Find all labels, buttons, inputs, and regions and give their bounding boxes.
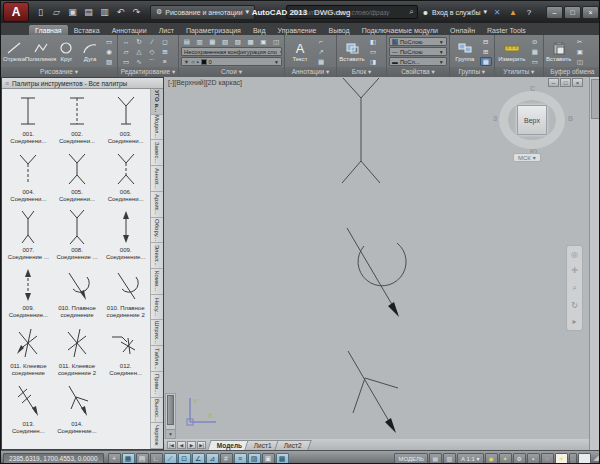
plot-icon[interactable]: ▥ bbox=[97, 5, 112, 20]
first-tab-button[interactable]: |◀ bbox=[167, 441, 176, 449]
measure-button[interactable]: Измерить bbox=[497, 41, 527, 62]
zoom-icon[interactable]: ⌕ bbox=[572, 283, 576, 293]
model-paper-toggle[interactable]: МОДЕЛЬ bbox=[394, 453, 427, 464]
layer-properties-icon[interactable]: ▤ bbox=[181, 37, 193, 46]
palette-item[interactable]: 009. Соединение... bbox=[4, 265, 53, 323]
ribbon-tab-аннотации[interactable]: Аннотации bbox=[106, 25, 153, 35]
lineweight-toggle[interactable]: ≡ bbox=[234, 453, 247, 464]
layer-prev-icon[interactable]: ▣ bbox=[258, 37, 270, 46]
clean-screen-button[interactable] bbox=[578, 453, 591, 464]
explode-icon[interactable]: ≡ bbox=[159, 57, 171, 66]
layer-isolate-icon[interactable]: ▦ bbox=[207, 37, 219, 46]
palette-scrollbar[interactable]: ▼ bbox=[165, 393, 176, 439]
layer-off-icon[interactable]: ▥ bbox=[194, 37, 206, 46]
workspace-switching-icon[interactable]: ⚙ bbox=[513, 453, 526, 464]
group-edit-icon[interactable]: ⊞ bbox=[480, 47, 492, 56]
scrollbar-thumb[interactable] bbox=[591, 79, 600, 119]
text-button[interactable]: А Текст bbox=[287, 41, 313, 62]
offset-icon[interactable]: ⌒ bbox=[146, 57, 158, 66]
palette-tab-вынос-[interactable]: Вынос... bbox=[151, 398, 163, 424]
palette-title-bar[interactable]: ≡ Палитры инструментов - Все палитры bbox=[2, 78, 163, 89]
steering-wheel-icon[interactable]: ◎ bbox=[571, 250, 578, 259]
layer-on-bulb-icon[interactable]: ☀ bbox=[184, 59, 189, 65]
search-binoculars-icon[interactable]: ⌕ bbox=[409, 7, 413, 17]
grid-toggle[interactable]: ▤ bbox=[136, 453, 149, 464]
autodesk-360-icon[interactable]: ▲ bbox=[507, 8, 519, 17]
compass-north-label[interactable]: С bbox=[530, 85, 535, 92]
layer-thaw-sun-icon[interactable]: ☼ bbox=[190, 59, 195, 65]
copy-icon[interactable]: ▱ bbox=[120, 47, 132, 56]
viewcube-top-face[interactable]: Верх bbox=[517, 105, 547, 135]
palette-item[interactable]: 007. Соединение ... bbox=[4, 207, 53, 265]
palette-grip-icon[interactable]: ≡ bbox=[5, 80, 9, 87]
palette-tab-чертеж[interactable]: Чертеж bbox=[151, 423, 163, 449]
application-menu-button[interactable]: A bbox=[3, 2, 29, 22]
palette-tab-несу-[interactable]: Несу... bbox=[151, 295, 163, 321]
palette-item[interactable]: 011. Клеевое соединение bbox=[4, 323, 53, 381]
ribbon-tab-управление[interactable]: Управление bbox=[272, 25, 323, 35]
panel-label-drawing[interactable]: Рисование ▾ bbox=[1, 67, 117, 77]
arc-button[interactable]: Дуга bbox=[79, 41, 101, 62]
quick-properties-toggle[interactable]: ▣ bbox=[262, 453, 275, 464]
quick-select-icon[interactable]: ▭ bbox=[529, 57, 541, 66]
ortho-toggle[interactable]: ∟ bbox=[150, 453, 163, 464]
lineweight-dropdown[interactable]: ▬ ПоСл...▼ bbox=[389, 57, 447, 66]
palette-item[interactable]: 002. Соединени... bbox=[53, 91, 102, 149]
save-icon[interactable]: ▣ bbox=[65, 5, 80, 20]
palette-item[interactable]: 010. Плавное соединение 2 bbox=[101, 265, 150, 323]
palette-tab-штрих-[interactable]: Штрих... bbox=[151, 320, 163, 346]
ribbon-tab-главная[interactable]: Главная bbox=[29, 25, 68, 35]
ribbon-tab-подключаемые-модули[interactable]: Подключаемые модули bbox=[356, 25, 444, 35]
scrollbar-thumb[interactable] bbox=[167, 395, 174, 425]
minimize-button[interactable]: – bbox=[546, 6, 563, 19]
ribbon-tab-лист[interactable]: Лист bbox=[153, 25, 180, 35]
rectangle-tool-icon[interactable]: ▭ bbox=[103, 37, 115, 46]
palette-tab-уго-в-[interactable]: УГО в... bbox=[151, 89, 163, 115]
palette-item[interactable]: 005. Соединени... bbox=[53, 149, 102, 207]
block-editor-icon[interactable]: ◨ bbox=[367, 57, 379, 66]
palette-tab-архит-[interactable]: Архит... bbox=[151, 192, 163, 218]
panel-label-block[interactable]: Блок ▾ bbox=[337, 67, 386, 77]
annotation-autoscale-icon[interactable]: ✶ bbox=[499, 453, 512, 464]
layout-tab-лист2[interactable]: Лист2 bbox=[274, 440, 311, 450]
save-as-icon[interactable]: ▤ bbox=[81, 5, 96, 20]
group-button[interactable]: Группа bbox=[452, 41, 478, 62]
palette-item[interactable]: 013. Соединен... bbox=[4, 381, 53, 439]
leader-icon[interactable]: ↗ bbox=[315, 47, 327, 56]
group-selection-icon[interactable]: ▦ bbox=[480, 57, 492, 66]
workspace-dropdown[interactable]: ⚙ Рисование и аннотации ▾ bbox=[150, 5, 255, 20]
ribbon-tab-вставка[interactable]: Вставка bbox=[68, 25, 106, 35]
palette-tab-комм-[interactable]: Комм... bbox=[151, 269, 163, 295]
annotation-scale-button[interactable]: А 1:1 ▾ bbox=[457, 453, 484, 464]
isolate-objects-icon[interactable]: ◌ bbox=[541, 453, 554, 464]
orbit-icon[interactable]: ↻ bbox=[571, 301, 578, 310]
palette-item[interactable]: 010. Плавное соединение bbox=[53, 265, 102, 323]
palette-item[interactable]: 006. Соединени... bbox=[101, 149, 150, 207]
palette-tab-обору-[interactable]: Обору... bbox=[151, 218, 163, 244]
palette-tab-элект-[interactable]: Элект... bbox=[151, 243, 163, 269]
palette-tab-завес-[interactable]: Завес... bbox=[151, 140, 163, 166]
infer-constraints-toggle[interactable]: + bbox=[108, 453, 121, 464]
quick-view-drawings-icon[interactable]: ▥ bbox=[443, 453, 456, 464]
cut-icon[interactable]: ✂ bbox=[574, 37, 586, 46]
resize-grip[interactable]: ◢ bbox=[594, 454, 599, 462]
match-properties-icon[interactable]: ◫ bbox=[574, 57, 586, 66]
panel-label-properties[interactable]: Свойства ▾ bbox=[387, 67, 449, 77]
sign-in-button[interactable]: ☻ Вход в службы ▾ bbox=[422, 8, 487, 16]
id-point-icon[interactable]: ⊙ bbox=[529, 37, 541, 46]
polyline-button[interactable]: Полилиния bbox=[28, 41, 54, 62]
rotate-icon[interactable]: ↻ bbox=[133, 37, 145, 46]
edit-attributes-icon[interactable]: ▭ bbox=[367, 47, 379, 56]
search-input[interactable] bbox=[290, 8, 410, 17]
scale-icon[interactable]: ∿ bbox=[133, 57, 145, 66]
viewcube[interactable]: С З В Ю Верх МСК▾ bbox=[495, 87, 571, 163]
erase-icon[interactable]: ◻ bbox=[159, 37, 171, 46]
create-block-icon[interactable]: ◧ bbox=[367, 37, 379, 46]
dynamic-ucs-toggle[interactable]: ⊿ bbox=[206, 453, 219, 464]
layer-dropdown[interactable]: ☀☼▪ 0▼ bbox=[181, 57, 282, 66]
osnap-toggle[interactable]: ⊡ bbox=[178, 453, 191, 464]
move-icon[interactable]: ↔ bbox=[120, 37, 132, 46]
drawing-canvas[interactable]: [-][Верхний][2D каркас] – □ × YX С З В Ю… bbox=[164, 77, 589, 439]
ribbon-tab-онлайн[interactable]: Онлайн bbox=[444, 25, 481, 35]
snap-toggle[interactable]: ▦ bbox=[122, 453, 135, 464]
